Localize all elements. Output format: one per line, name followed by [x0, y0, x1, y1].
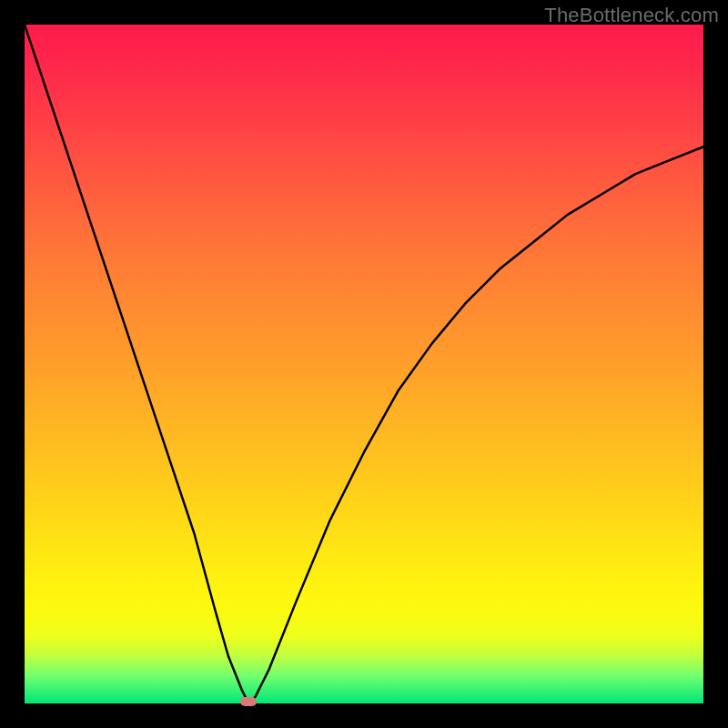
watermark-text: TheBottleneck.com	[544, 4, 719, 27]
minimum-marker	[240, 697, 257, 706]
chart-plot-area	[25, 25, 703, 703]
